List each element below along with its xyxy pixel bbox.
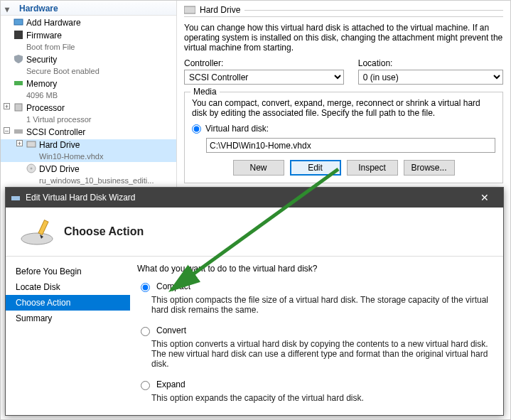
- expand-radio[interactable]: [141, 381, 150, 390]
- edit-button[interactable]: Edit: [290, 160, 341, 176]
- svg-rect-4: [14, 129, 23, 134]
- svg-rect-2: [14, 81, 23, 85]
- convert-radio[interactable]: [141, 327, 150, 336]
- tree-section-label: Hardware: [19, 4, 58, 14]
- section-description: You can change how this virtual hard dis…: [184, 23, 503, 53]
- svg-point-10: [21, 233, 53, 244]
- browse-button[interactable]: Browse...: [404, 160, 455, 176]
- vhd-wizard-icon: [20, 217, 54, 246]
- shield-icon: [14, 54, 23, 64]
- option-convert[interactable]: Convert This option converts a virtual h…: [137, 325, 490, 369]
- inspect-button[interactable]: Inspect: [347, 160, 398, 176]
- hardware-tree: ▾ Hardware Add Hardware Firmware Boot fr…: [1, 1, 177, 189]
- option-compact[interactable]: Compact This option compacts the file si…: [137, 281, 490, 315]
- svg-rect-0: [14, 19, 23, 25]
- location-select[interactable]: 0 (in use): [358, 70, 503, 85]
- svg-point-7: [31, 168, 33, 170]
- media-group: Media You can compact, convert, expand, …: [184, 92, 503, 183]
- wizard-steps: Before You Begin Locate Disk Choose Acti…: [6, 257, 130, 413]
- hard-drive-settings: Hard Drive You can change how this virtu…: [177, 1, 510, 189]
- vhd-radio[interactable]: [192, 124, 201, 134]
- controller-icon: [14, 126, 23, 136]
- firmware-icon: [14, 30, 23, 40]
- wizard-content: What do you want to do to the virtual ha…: [130, 257, 503, 413]
- svg-rect-11: [38, 220, 48, 235]
- tree-item-firmware[interactable]: Firmware Boot from File: [1, 30, 176, 53]
- wizard-step-before-you-begin[interactable]: Before You Begin: [6, 264, 130, 279]
- wizard-title: Edit Virtual Hard Disk Wizard: [21, 193, 470, 203]
- svg-rect-1: [14, 31, 23, 39]
- vhd-radio-label: Virtual hard disk:: [205, 124, 269, 134]
- wizard-step-choose-action[interactable]: Choose Action: [6, 295, 130, 311]
- hard-drive-icon: [26, 139, 36, 149]
- option-expand[interactable]: Expand This option expands the capacity …: [137, 379, 490, 403]
- tree-item-security[interactable]: Security Secure Boot enabled: [1, 54, 176, 77]
- controller-select[interactable]: SCSI Controller: [184, 70, 344, 85]
- tree-item-processor[interactable]: + Processor 1 Virtual processor: [1, 102, 176, 125]
- expand-description: This option expands the capacity of the …: [151, 393, 490, 403]
- svg-rect-5: [27, 141, 36, 147]
- new-button[interactable]: New: [233, 160, 284, 176]
- location-label: Location:: [358, 58, 503, 68]
- compact-radio[interactable]: [141, 283, 150, 292]
- wizard-step-summary[interactable]: Summary: [6, 311, 130, 326]
- wizard-step-heading: Choose Action: [64, 225, 144, 238]
- tree-item-scsi-controller[interactable]: – SCSI Controller: [1, 126, 176, 138]
- svg-rect-3: [15, 104, 22, 111]
- wizard-icon: [10, 192, 21, 203]
- controller-label: Controller:: [184, 58, 344, 68]
- tree-item-memory[interactable]: Memory 4096 MB: [1, 78, 176, 101]
- convert-description: This option converts a virtual hard disk…: [151, 339, 490, 369]
- svg-rect-9: [11, 196, 20, 200]
- dvd-icon: [26, 163, 36, 173]
- media-description: You can compact, convert, expand, merge,…: [192, 98, 495, 118]
- svg-rect-8: [184, 6, 195, 14]
- cpu-icon: [14, 102, 23, 112]
- close-icon[interactable]: ✕: [470, 192, 499, 203]
- edit-vhd-wizard: Edit Virtual Hard Disk Wizard ✕ Choose A…: [5, 187, 504, 416]
- wizard-step-locate-disk[interactable]: Locate Disk: [6, 279, 130, 295]
- divider: [244, 10, 503, 11]
- tree-item-dvd-drive[interactable]: DVD Drive ru_windows_10_business_editi..…: [1, 163, 176, 186]
- expand-icon[interactable]: +: [16, 140, 23, 146]
- vm-settings-pane: ▾ Hardware Add Hardware Firmware Boot fr…: [1, 1, 510, 189]
- collapse-icon: ▾: [5, 4, 9, 14]
- wizard-header: Choose Action: [6, 208, 503, 257]
- compact-description: This option compacts the file size of a …: [151, 295, 490, 315]
- media-legend: Media: [190, 87, 220, 97]
- section-title: Hard Drive: [200, 5, 240, 15]
- collapse-box-icon[interactable]: –: [4, 127, 10, 134]
- tree-section-hardware[interactable]: ▾ Hardware: [1, 2, 176, 16]
- add-hardware-icon: [14, 17, 23, 27]
- tree-item-add-hardware[interactable]: Add Hardware: [1, 17, 176, 28]
- compact-label: Compact: [156, 281, 190, 291]
- expand-label: Expand: [156, 379, 185, 389]
- expand-icon[interactable]: +: [4, 103, 10, 109]
- wizard-question: What do you want to do to the virtual ha…: [137, 264, 490, 274]
- hard-drive-icon: [184, 6, 195, 14]
- wizard-titlebar[interactable]: Edit Virtual Hard Disk Wizard ✕: [6, 188, 503, 208]
- convert-label: Convert: [156, 325, 186, 335]
- tree-item-hard-drive[interactable]: + Hard Drive Win10-Home.vhdx: [1, 139, 176, 162]
- vhd-path-input[interactable]: [206, 138, 495, 153]
- memory-icon: [14, 78, 23, 88]
